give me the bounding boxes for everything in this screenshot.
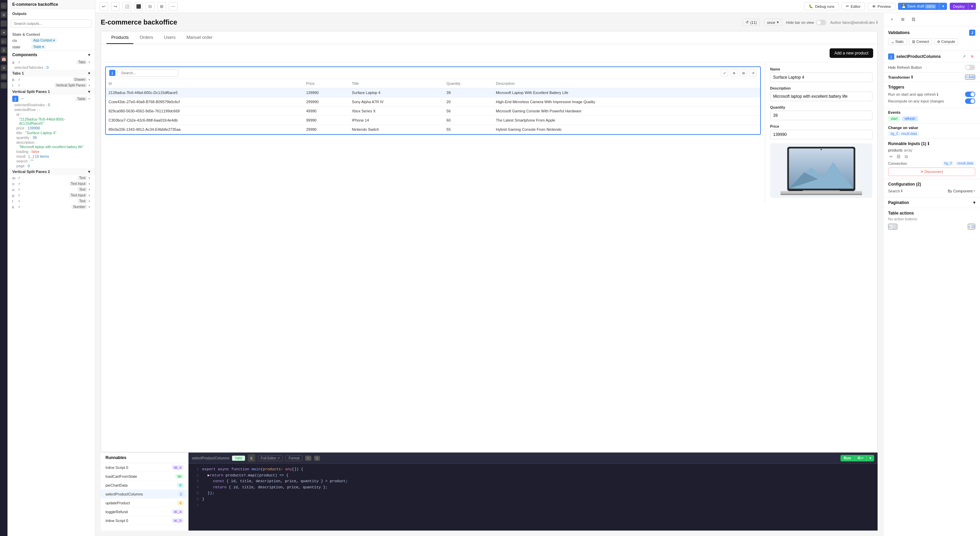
redo-button[interactable]: ↪ [111,2,120,11]
layout-single-button[interactable]: ⬜ [123,2,131,11]
name-input[interactable] [770,73,872,82]
input-copy-icon[interactable]: ⧉ [903,153,909,160]
runnable-loadcart[interactable]: loadCartFromState ap [101,472,188,481]
l-refresh-icon[interactable]: ↺ [18,199,21,203]
add-action-button-2[interactable]: + ⊡ [968,224,975,230]
sidebar-icon-more[interactable]: ⋯ [1,82,7,89]
event-start-tag[interactable]: start [888,116,900,121]
add-action-button-1[interactable]: + ⬜ [888,224,897,230]
save-draft-arrow-button[interactable]: ▾ [939,3,947,10]
p-refresh-icon[interactable]: ↺ [18,194,21,197]
input-link-icon[interactable]: ⛓ [896,153,902,160]
tab-products[interactable]: Products [107,31,134,44]
format-button[interactable]: Format [285,455,302,461]
sidebar-icon-calendar[interactable]: 📅 [1,56,7,62]
static-button[interactable]: ⚊ Static [888,38,907,45]
run-arrow-button[interactable]: ▾ [866,455,874,461]
editor-button[interactable]: ✏ Editor [842,2,865,10]
n-refresh-icon[interactable]: ↺ [18,182,21,186]
rp-chain-icon[interactable]: ⛓ [910,16,917,23]
table-row[interactable]: 829ca080-5630-4562-9d5e-7611199dc669 499… [106,107,760,116]
sidebar-icon-grid[interactable]: ⊞ [1,11,7,18]
layout-split-button[interactable]: ⬛ [134,2,143,11]
state-tag[interactable]: State ▾ [31,45,46,49]
add-transformer-button[interactable]: + Add [965,75,975,80]
run-start-toggle[interactable] [965,92,975,97]
undo-button[interactable]: ↩ [99,2,108,11]
search-outputs-input[interactable] [11,19,92,27]
table-expand-icon[interactable]: ⊕ [730,69,738,77]
layout-expand-button[interactable]: ⊞ [157,2,166,11]
sidebar-icon-dollar[interactable]: $ [1,47,7,53]
table-edit-icon[interactable]: ✏ [21,97,24,100]
app-meta: ↺ (11) once ▾ Hide bar on view Author [743,19,878,26]
runnable-piechartdata[interactable]: pieChartData e [101,481,188,490]
cov-badge[interactable]: bg_0 - result.data [888,131,920,136]
disconnect-button[interactable]: ✕ Disconnect [888,168,975,176]
runnable-inline-0[interactable]: Inline Script 0 ap_a [101,463,188,472]
k-refresh-icon[interactable]: ↺ [18,205,21,209]
delete-code-button[interactable]: 🗑 [248,454,255,462]
full-editor-button[interactable]: Full Editor ↗ [258,455,283,461]
quantity-input[interactable] [770,111,872,120]
vsp-refresh-icon[interactable]: ↺ [18,84,21,87]
runnable-inline-1[interactable]: Inline Script 0 ac_b [101,516,188,525]
table-fullscreen-icon[interactable]: ⤢ [721,69,728,77]
table-row[interactable]: 89c0a336-1343-4812-Ac34-E4bb8e2735aa 299… [106,125,760,134]
debug-runs-button[interactable]: 🐛 Debug runs [804,2,839,10]
deploy-arrow-button[interactable]: ▾ [968,3,976,10]
table-refresh-icon[interactable]: ↺ [749,69,757,77]
table-settings-icon[interactable]: ⊞ [740,69,747,77]
tab-orders[interactable]: Orders [135,31,158,44]
edit-component-icon[interactable]: ✕ [969,53,975,60]
layout-grid-button[interactable]: ⊟ [146,2,154,11]
recompute-toggle[interactable] [965,99,975,104]
table-row[interactable]: C303bce7-Cb2e-42c6-8fdf-6aa01fc4e4db 999… [106,116,760,125]
compute-button[interactable]: ⚙ Compute [934,38,958,45]
rp-grid-icon[interactable]: ⊞ [899,16,907,23]
open-component-icon[interactable]: ↗ [961,53,967,60]
input-edit-icon[interactable]: ✏ [888,153,894,160]
table-search-input[interactable] [118,69,179,77]
refresh-count-badge[interactable]: ↺ (11) [743,19,760,26]
search-config-value[interactable]: By Component ▾ [948,189,975,193]
table-row[interactable]: 2128adca-7fc6-44bd-800c-Dc115df6ace5 139… [106,88,760,97]
more-options-button[interactable]: ⋯ [169,2,178,11]
event-refresh-tag[interactable]: refresh [902,116,918,121]
tabs-collapse-icon[interactable]: ▾ [89,61,90,64]
sidebar-icon-apps[interactable]: ⬛ [1,21,7,27]
tab-manuel-order[interactable]: Manuel order [182,31,218,44]
sidebar-icon-star[interactable]: ★ [1,29,7,35]
runnable-updateproduct[interactable]: updateProduct q [101,499,188,507]
table-row[interactable]: Ccee43dc-27e0-40a8-B768-B09579b0c6cf 299… [106,97,760,107]
description-input[interactable] [770,92,872,101]
ctx-tag[interactable]: App Context ▾ [31,38,57,43]
sidebar-icon-play[interactable]: ▷ [1,38,7,44]
hide-refresh-toggle[interactable] [965,65,975,70]
deploy-button[interactable]: Deploy [950,3,968,10]
drawer-refresh-icon[interactable]: ↺ [18,78,21,81]
o-refresh-icon[interactable]: ↺ [18,188,21,191]
hide-bar-switch[interactable] [816,20,826,25]
run-button[interactable]: Run [840,455,854,461]
pagination-section[interactable]: Pagination ▾ [883,198,980,208]
tabs-refresh-icon[interactable]: ↺ [18,61,21,64]
price-input[interactable] [770,130,872,139]
code-filename: selectProductColumns [192,456,229,460]
runnable-togglerefund[interactable]: toggleRefund ac_a [101,507,188,516]
save-draft-button[interactable]: 💾 Save draft Ctrl S [898,3,939,10]
runnable-selectproduct[interactable]: selectProductColumns j [101,490,188,499]
m-refresh-icon[interactable]: ↺ [18,176,21,180]
add-product-button[interactable]: Add a new product [830,48,873,58]
connect-button[interactable]: ⛓ Connect [909,38,932,45]
deploy-button-group: Deploy ▾ [950,3,976,10]
once-badge[interactable]: once ▾ [764,19,782,26]
sidebar-icon-github[interactable]: ⬡ [1,73,7,80]
tab-users[interactable]: Users [159,31,180,44]
conn-tag-bg0[interactable]: bg_0 [942,161,954,166]
rp-plus-icon[interactable]: + [888,16,896,23]
preview-button[interactable]: 👁 Preview [868,3,895,10]
conn-tag-result[interactable]: result.data [955,161,975,166]
sidebar-icon-home[interactable]: ⌂ [1,3,7,9]
sidebar-icon-settings[interactable]: ⚙ [1,65,7,71]
